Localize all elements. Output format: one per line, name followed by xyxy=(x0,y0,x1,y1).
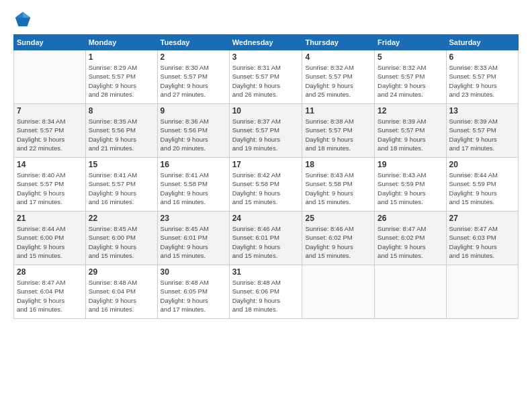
calendar-cell: 29Sunrise: 8:48 AMSunset: 6:04 PMDayligh… xyxy=(85,265,157,319)
calendar-cell: 1Sunrise: 8:29 AMSunset: 5:57 PMDaylight… xyxy=(85,50,157,104)
weekday-header: Friday xyxy=(375,35,446,50)
day-info: Sunrise: 8:45 AMSunset: 6:01 PMDaylight:… xyxy=(161,224,226,260)
day-number: 8 xyxy=(89,106,154,116)
day-number: 12 xyxy=(378,106,443,116)
day-number: 16 xyxy=(161,160,226,169)
calendar-week-row: 7Sunrise: 8:34 AMSunset: 5:57 PMDaylight… xyxy=(14,104,519,158)
calendar-week-row: 21Sunrise: 8:44 AMSunset: 6:00 PMDayligh… xyxy=(14,212,519,265)
day-number: 11 xyxy=(305,106,371,116)
day-info: Sunrise: 8:36 AMSunset: 5:56 PMDaylight:… xyxy=(161,117,226,152)
day-number: 9 xyxy=(161,106,226,116)
calendar-cell: 9Sunrise: 8:36 AMSunset: 5:56 PMDaylight… xyxy=(157,104,229,158)
calendar-cell: 24Sunrise: 8:46 AMSunset: 6:01 PMDayligh… xyxy=(229,212,302,265)
day-info: Sunrise: 8:48 AMSunset: 6:04 PMDaylight:… xyxy=(89,278,154,314)
day-info: Sunrise: 8:40 AMSunset: 5:57 PMDaylight:… xyxy=(17,171,83,206)
calendar-cell: 20Sunrise: 8:44 AMSunset: 5:59 PMDayligh… xyxy=(446,158,518,212)
day-info: Sunrise: 8:34 AMSunset: 5:57 PMDaylight:… xyxy=(17,117,83,152)
calendar-cell: 13Sunrise: 8:39 AMSunset: 5:57 PMDayligh… xyxy=(446,104,518,158)
weekday-header: Saturday xyxy=(446,35,518,50)
day-info: Sunrise: 8:44 AMSunset: 6:00 PMDaylight:… xyxy=(17,224,83,260)
calendar-cell: 17Sunrise: 8:42 AMSunset: 5:58 PMDayligh… xyxy=(229,158,302,212)
day-info: Sunrise: 8:43 AMSunset: 5:59 PMDaylight:… xyxy=(378,171,443,206)
day-number: 26 xyxy=(378,214,443,223)
day-number: 6 xyxy=(449,52,515,62)
day-info: Sunrise: 8:48 AMSunset: 6:05 PMDaylight:… xyxy=(161,278,226,314)
day-number: 14 xyxy=(17,160,83,169)
calendar-cell: 8Sunrise: 8:35 AMSunset: 5:56 PMDaylight… xyxy=(85,104,157,158)
calendar-table: SundayMondayTuesdayWednesdayThursdayFrid… xyxy=(13,34,519,319)
day-number: 2 xyxy=(161,52,226,62)
day-number: 7 xyxy=(17,106,83,116)
day-info: Sunrise: 8:38 AMSunset: 5:57 PMDaylight:… xyxy=(305,117,371,152)
calendar-cell: 10Sunrise: 8:37 AMSunset: 5:57 PMDayligh… xyxy=(229,104,302,158)
day-number: 1 xyxy=(89,52,154,62)
calendar-cell: 16Sunrise: 8:41 AMSunset: 5:58 PMDayligh… xyxy=(157,158,229,212)
day-info: Sunrise: 8:41 AMSunset: 5:57 PMDaylight:… xyxy=(89,171,154,206)
calendar-cell: 19Sunrise: 8:43 AMSunset: 5:59 PMDayligh… xyxy=(375,158,446,212)
day-number: 29 xyxy=(89,267,154,277)
logo xyxy=(13,10,35,29)
calendar-cell: 22Sunrise: 8:45 AMSunset: 6:00 PMDayligh… xyxy=(85,212,157,265)
page: SundayMondayTuesdayWednesdayThursdayFrid… xyxy=(0,0,532,411)
calendar-cell: 2Sunrise: 8:30 AMSunset: 5:57 PMDaylight… xyxy=(157,50,229,104)
logo-icon xyxy=(13,10,32,29)
calendar-cell: 30Sunrise: 8:48 AMSunset: 6:05 PMDayligh… xyxy=(157,265,229,319)
day-info: Sunrise: 8:43 AMSunset: 5:58 PMDaylight:… xyxy=(305,171,371,206)
calendar-cell: 3Sunrise: 8:31 AMSunset: 5:57 PMDaylight… xyxy=(229,50,302,104)
calendar-cell: 21Sunrise: 8:44 AMSunset: 6:00 PMDayligh… xyxy=(14,212,86,265)
day-info: Sunrise: 8:47 AMSunset: 6:02 PMDaylight:… xyxy=(378,224,443,260)
calendar-cell xyxy=(375,265,446,319)
calendar-cell xyxy=(302,265,375,319)
day-number: 4 xyxy=(305,52,371,62)
day-info: Sunrise: 8:47 AMSunset: 6:03 PMDaylight:… xyxy=(449,224,515,260)
day-info: Sunrise: 8:29 AMSunset: 5:57 PMDaylight:… xyxy=(89,63,154,99)
calendar-cell: 5Sunrise: 8:32 AMSunset: 5:57 PMDaylight… xyxy=(375,50,446,104)
day-info: Sunrise: 8:32 AMSunset: 5:57 PMDaylight:… xyxy=(378,63,443,99)
calendar-cell: 25Sunrise: 8:46 AMSunset: 6:02 PMDayligh… xyxy=(302,212,375,265)
day-info: Sunrise: 8:33 AMSunset: 5:57 PMDaylight:… xyxy=(449,63,515,99)
calendar-cell xyxy=(14,50,86,104)
weekday-header: Wednesday xyxy=(229,35,302,50)
day-number: 22 xyxy=(89,214,154,223)
calendar-cell: 11Sunrise: 8:38 AMSunset: 5:57 PMDayligh… xyxy=(302,104,375,158)
svg-marker-2 xyxy=(15,12,23,17)
calendar-cell: 15Sunrise: 8:41 AMSunset: 5:57 PMDayligh… xyxy=(85,158,157,212)
day-number: 18 xyxy=(305,160,371,169)
day-info: Sunrise: 8:30 AMSunset: 5:57 PMDaylight:… xyxy=(161,63,226,99)
day-number: 24 xyxy=(232,214,300,223)
day-number: 31 xyxy=(232,267,300,277)
day-info: Sunrise: 8:47 AMSunset: 6:04 PMDaylight:… xyxy=(17,278,83,314)
day-number: 21 xyxy=(17,214,83,223)
day-info: Sunrise: 8:46 AMSunset: 6:01 PMDaylight:… xyxy=(232,224,300,260)
day-number: 15 xyxy=(89,160,154,169)
calendar-cell: 12Sunrise: 8:39 AMSunset: 5:57 PMDayligh… xyxy=(375,104,446,158)
weekday-header: Sunday xyxy=(14,35,86,50)
day-info: Sunrise: 8:46 AMSunset: 6:02 PMDaylight:… xyxy=(305,224,371,260)
calendar-cell: 23Sunrise: 8:45 AMSunset: 6:01 PMDayligh… xyxy=(157,212,229,265)
weekday-header: Thursday xyxy=(302,35,375,50)
day-number: 20 xyxy=(449,160,515,169)
day-number: 28 xyxy=(17,267,83,277)
day-info: Sunrise: 8:37 AMSunset: 5:57 PMDaylight:… xyxy=(232,117,300,152)
day-number: 13 xyxy=(449,106,515,116)
day-number: 27 xyxy=(449,214,515,223)
day-number: 19 xyxy=(378,160,443,169)
calendar-cell: 18Sunrise: 8:43 AMSunset: 5:58 PMDayligh… xyxy=(302,158,375,212)
calendar-header-row: SundayMondayTuesdayWednesdayThursdayFrid… xyxy=(14,35,519,50)
calendar-week-row: 28Sunrise: 8:47 AMSunset: 6:04 PMDayligh… xyxy=(14,265,519,319)
calendar-cell: 14Sunrise: 8:40 AMSunset: 5:57 PMDayligh… xyxy=(14,158,86,212)
day-info: Sunrise: 8:32 AMSunset: 5:57 PMDaylight:… xyxy=(305,63,371,99)
day-number: 17 xyxy=(232,160,300,169)
calendar-cell: 27Sunrise: 8:47 AMSunset: 6:03 PMDayligh… xyxy=(446,212,518,265)
day-info: Sunrise: 8:41 AMSunset: 5:58 PMDaylight:… xyxy=(161,171,226,206)
calendar-cell xyxy=(446,265,518,319)
day-info: Sunrise: 8:45 AMSunset: 6:00 PMDaylight:… xyxy=(89,224,154,260)
calendar-cell: 6Sunrise: 8:33 AMSunset: 5:57 PMDaylight… xyxy=(446,50,518,104)
day-info: Sunrise: 8:44 AMSunset: 5:59 PMDaylight:… xyxy=(449,171,515,206)
day-info: Sunrise: 8:42 AMSunset: 5:58 PMDaylight:… xyxy=(232,171,300,206)
day-number: 5 xyxy=(378,52,443,62)
day-number: 30 xyxy=(161,267,226,277)
day-number: 23 xyxy=(161,214,226,223)
weekday-header: Monday xyxy=(85,35,157,50)
day-number: 25 xyxy=(305,214,371,223)
